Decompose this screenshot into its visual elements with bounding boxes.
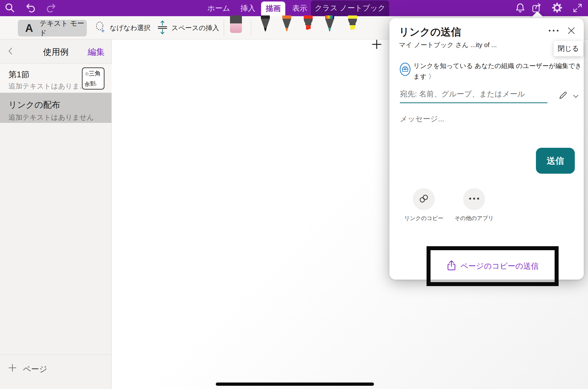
eraser-tool[interactable] — [230, 15, 242, 33]
dialog-title: リンクの送信 — [399, 25, 461, 39]
pen-galaxy-rainbow[interactable] — [324, 15, 335, 33]
share-upload-icon — [446, 260, 456, 272]
tab-insert[interactable]: 挿入 — [237, 0, 259, 16]
tab-home[interactable]: ホーム — [206, 0, 231, 16]
add-page-button[interactable]: ページ — [0, 355, 112, 389]
link-permission-text[interactable]: リンクを知っている あなたの組織 のユーザーが編集できます 〉 — [413, 61, 585, 82]
annotation-highlight-box: ページのコピーの送信 — [427, 246, 559, 286]
edit-button[interactable]: 編集 — [88, 46, 105, 58]
insert-space-button[interactable]: スペースの挿入 — [157, 16, 219, 39]
undo-icon[interactable] — [25, 2, 36, 14]
text-mode-a-glyph: A — [25, 22, 33, 34]
svg-text:○三角: ○三角 — [85, 70, 101, 77]
page-list-item[interactable]: 第1節 追加テキストはありま… ○三角 余割. — [0, 64, 112, 93]
send-button[interactable]: 送信 — [536, 148, 575, 174]
organization-briefcase-icon[interactable] — [399, 62, 411, 78]
recipient-input[interactable] — [400, 88, 539, 99]
lasso-icon — [95, 20, 106, 35]
svg-text:余割.: 余割. — [84, 80, 97, 87]
close-tooltip: 閉じる — [554, 41, 583, 56]
link-icon — [418, 193, 429, 205]
notebook-subtitle: マイ ノートブック さん ...ity of ... — [399, 41, 497, 49]
send-link-dialog: リンクの送信 マイ ノートブック さん ...ity of ... リンクを知っ… — [389, 18, 584, 280]
message-input[interactable] — [400, 113, 554, 124]
eraser-body — [230, 23, 242, 33]
ellipsis-icon — [468, 197, 480, 201]
tab-class-notebook[interactable]: クラス ノートブック — [311, 0, 389, 16]
page-list-sidebar: 使用例 編集 第1節 追加テキストはありま… ○三角 余割. リンクの配布 追加… — [0, 39, 112, 389]
copy-link-button[interactable] — [413, 188, 435, 210]
copy-link-label: リンクのコピー — [401, 215, 446, 222]
add-pen-button[interactable] — [371, 39, 382, 51]
redo-icon[interactable] — [45, 2, 57, 14]
search-icon[interactable] — [4, 2, 15, 13]
plus-icon — [7, 363, 17, 374]
notifications-bell-icon[interactable] — [515, 2, 526, 13]
more-apps-label: その他のアプリ — [452, 215, 497, 222]
highlighter-yellow[interactable] — [347, 15, 358, 33]
more-options-icon[interactable] — [548, 28, 559, 34]
top-app-bar: ホーム 挿入 描画 表示 クラス ノートブック — [0, 0, 588, 16]
tab-draw[interactable]: 描画 — [261, 1, 285, 16]
chevron-down-icon[interactable] — [572, 93, 579, 101]
text-mode-button[interactable]: A テキスト モード — [18, 20, 87, 36]
edit-pencil-icon[interactable] — [558, 90, 568, 101]
sidebar-header: 使用例 編集 — [0, 39, 112, 64]
close-icon[interactable] — [567, 26, 576, 36]
recipient-underline — [400, 102, 547, 103]
toolbar-divider — [224, 20, 224, 36]
tab-view[interactable]: 表示 — [289, 0, 310, 16]
pen-black[interactable] — [260, 15, 271, 33]
eraser-cap — [230, 15, 242, 23]
highlighter-red[interactable] — [302, 15, 314, 33]
toolbar-divider — [251, 20, 251, 36]
page-thumbnail: ○三角 余割. — [82, 67, 105, 91]
pen-orange[interactable] — [281, 15, 293, 33]
home-indicator[interactable] — [216, 383, 374, 386]
page-list-item-selected[interactable]: リンクの配布 追加テキストはありません — [0, 93, 112, 123]
insert-space-icon — [157, 20, 168, 36]
expand-fullscreen-icon[interactable] — [572, 2, 583, 13]
settings-gear-icon[interactable] — [552, 2, 563, 13]
send-page-copy-button[interactable]: ページのコピーの送信 — [446, 260, 539, 272]
more-apps-button[interactable] — [463, 188, 485, 210]
lasso-select-button[interactable]: なげなわ選択 — [95, 16, 151, 39]
